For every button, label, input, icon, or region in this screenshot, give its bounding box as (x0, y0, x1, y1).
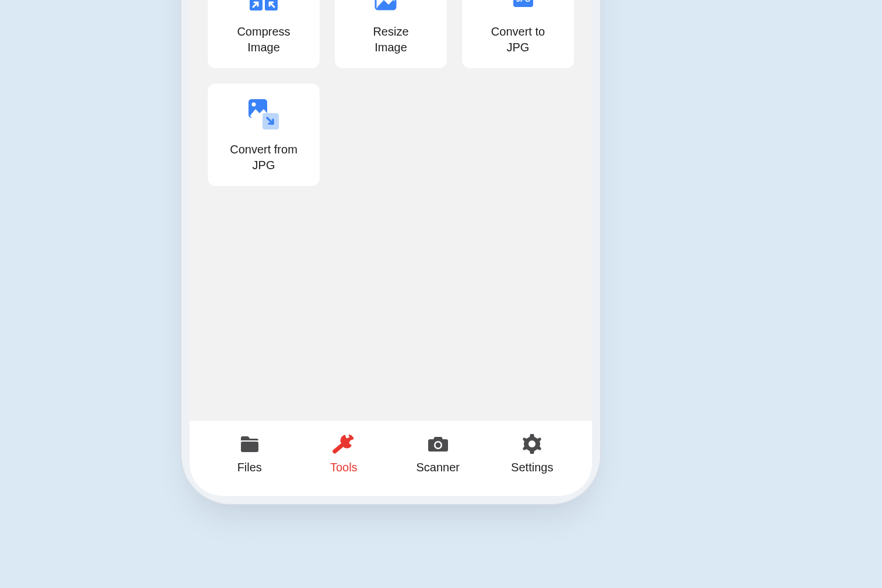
phone-frame: ILOVEIMG TOOLS New! (190, 0, 592, 496)
screen: ILOVEIMG TOOLS New! (190, 0, 592, 496)
tool-convert-from-jpg[interactable]: Convert fromJPG (207, 83, 320, 187)
resize-icon (372, 0, 410, 16)
tool-label: CompressImage (237, 24, 290, 55)
gear-icon (520, 432, 544, 456)
nav-label: Scanner (416, 461, 460, 474)
nav-settings[interactable]: Settings (500, 432, 564, 474)
tool-convert-to-jpg[interactable]: JPG Convert toJPG (461, 0, 575, 69)
tool-label: ResizeImage (373, 24, 408, 55)
nav-label: Tools (330, 461, 358, 474)
wrench-icon (331, 432, 356, 456)
tool-resize-image[interactable]: ResizeImage (334, 0, 447, 69)
tool-label: Convert fromJPG (230, 142, 298, 173)
convert-to-jpg-icon: JPG (499, 0, 537, 16)
bottom-nav: Files Tools Scanner (190, 420, 592, 496)
camera-icon (426, 432, 450, 456)
svg-point-15 (435, 443, 440, 448)
svg-text:JPG: JPG (516, 0, 530, 4)
nav-files[interactable]: Files (218, 432, 282, 474)
svg-rect-13 (241, 442, 258, 452)
folder-icon (237, 432, 262, 456)
nav-scanner[interactable]: Scanner (406, 432, 470, 474)
nav-label: Settings (511, 461, 553, 474)
tool-compress-image[interactable]: CompressImage (207, 0, 320, 69)
nav-tools[interactable]: Tools (312, 432, 376, 474)
svg-point-16 (528, 440, 536, 447)
convert-from-jpg-icon (244, 95, 283, 134)
svg-point-11 (252, 103, 256, 107)
compress-icon (244, 0, 283, 16)
tool-label: Convert toJPG (491, 24, 545, 55)
nav-label: Files (237, 461, 262, 474)
tools-grid: CompressImage (207, 0, 575, 187)
content-area[interactable]: ILOVEIMG TOOLS New! (190, 0, 592, 420)
